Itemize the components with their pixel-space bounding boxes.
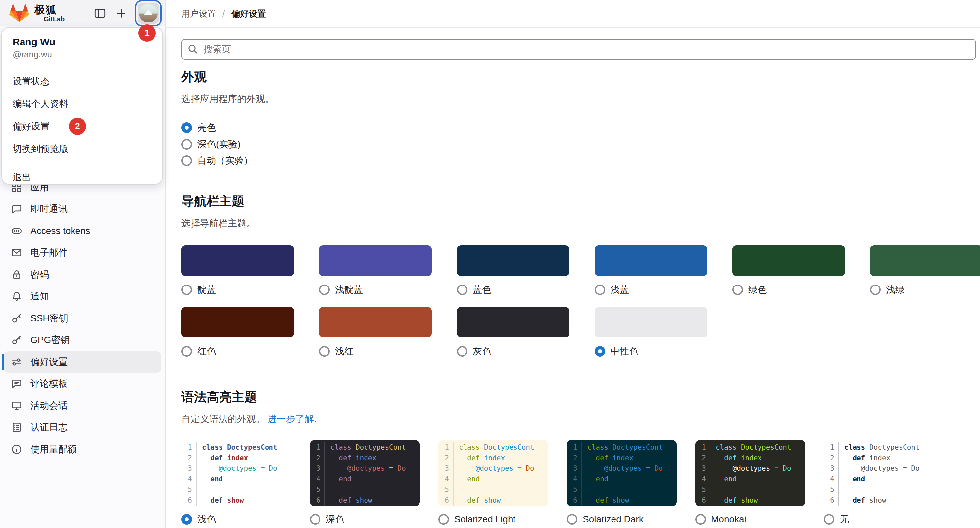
navbar-theme-label[interactable]: 蓝色 <box>473 284 491 296</box>
navbar-theme-label[interactable]: 浅绿 <box>886 284 905 296</box>
syntax-theme-preview[interactable]: 1class DoctypesCont2 def index3 @doctype… <box>824 440 934 506</box>
syntax-theme-label[interactable]: Solarized Light <box>454 514 515 525</box>
navbar-theme-radio[interactable] <box>181 284 192 295</box>
navbar-theme-label[interactable]: 靛蓝 <box>197 284 216 296</box>
sidebar-item-preferences[interactable]: 偏好设置 <box>4 351 161 373</box>
syntax-theme-radio[interactable] <box>438 514 449 525</box>
navbar-theme-option: 蓝色 <box>457 246 570 295</box>
sidebar-item-active-sessions[interactable]: 活动会话 <box>4 395 161 416</box>
syntax-theme-description-text: 自定义语法的外观。 <box>181 414 265 424</box>
syntax-theme-option: 1class DoctypesCont2 def index3 @doctype… <box>824 440 934 525</box>
navbar-theme-label[interactable]: 红色 <box>197 345 216 358</box>
new-item-button[interactable] <box>113 5 130 22</box>
syntax-theme-label[interactable]: 无 <box>840 513 849 526</box>
appearance-option-radio[interactable] <box>181 139 192 149</box>
sidebar-item-password[interactable]: 密码 <box>4 264 161 285</box>
sidebar-item-emails[interactable]: 电子邮件 <box>4 242 161 263</box>
syntax-theme-radio[interactable] <box>824 514 834 525</box>
navbar-theme-swatch[interactable] <box>181 307 294 338</box>
token-icon <box>11 226 22 236</box>
navbar-theme-radio[interactable] <box>457 346 468 357</box>
navbar-theme-swatch[interactable] <box>181 246 294 276</box>
syntax-theme-label[interactable]: Solarized Dark <box>583 514 644 525</box>
navbar-theme-option: 浅蓝 <box>595 246 707 295</box>
navbar-theme-option: 红色 <box>181 307 294 357</box>
navbar-theme-swatch[interactable] <box>595 307 707 338</box>
sidebar-item-label: 活动会话 <box>30 399 68 412</box>
lock-icon <box>11 269 22 280</box>
syntax-theme-preview[interactable]: 1class DoctypesCont2 def index3 @doctype… <box>567 440 677 506</box>
syntax-theme-radio[interactable] <box>695 514 706 525</box>
menu-item-edit-profile[interactable]: 编辑个人资料 <box>2 93 162 115</box>
navbar-theme-radio[interactable] <box>457 284 468 295</box>
syntax-theme-preview[interactable]: 1class DoctypesCont2 def index3 @doctype… <box>310 440 420 506</box>
menu-item-preferences[interactable]: 偏好设置2 <box>2 115 162 138</box>
syntax-theme-label[interactable]: Monokai <box>711 514 746 525</box>
appearance-option-label[interactable]: 深色(实验) <box>197 138 241 151</box>
navbar-theme-label[interactable]: 浅靛蓝 <box>335 284 363 296</box>
syntax-theme-radio[interactable] <box>310 514 320 525</box>
navbar-theme-radio[interactable] <box>319 346 330 357</box>
navbar-theme-description: 选择导航栏主题。 <box>181 217 980 230</box>
navbar-theme-swatch[interactable] <box>457 246 570 276</box>
sidebar-item-ssh-keys[interactable]: SSH密钥 <box>4 308 161 329</box>
breadcrumb-user-settings[interactable]: 用户设置 <box>181 8 216 19</box>
sidebar-item-label: 认证日志 <box>30 421 68 434</box>
sidebar-item-usage-quotas[interactable]: 使用量配额 <box>4 439 161 460</box>
appearance-option-radio[interactable] <box>181 122 192 133</box>
brand-name-en: GitLab <box>44 16 65 22</box>
preferences-page: 极狐 GitLab <box>0 0 980 528</box>
navbar-theme-option: 绿色 <box>732 246 845 295</box>
syntax-theme-radio[interactable] <box>181 514 192 525</box>
menu-item-label: 切换到预览版 <box>13 143 68 155</box>
navbar-theme-radio[interactable] <box>595 346 605 357</box>
annotation-badge-1: 1 <box>138 24 156 42</box>
menu-item-set-status[interactable]: 设置状态 <box>2 70 162 93</box>
navbar-theme-swatch[interactable] <box>870 246 980 276</box>
syntax-theme-label[interactable]: 深色 <box>326 513 344 526</box>
syntax-theme-option: 1class DoctypesCont2 def index3 @doctype… <box>438 440 548 525</box>
user-avatar <box>139 4 158 22</box>
syntax-theme-radio[interactable] <box>567 514 578 525</box>
navbar-theme-swatch[interactable] <box>732 246 845 276</box>
sidebar-item-comment-templates[interactable]: 评论模板 <box>4 373 161 394</box>
sidebar-header: 极狐 GitLab <box>0 0 165 27</box>
navbar-theme-label[interactable]: 中性色 <box>611 345 638 358</box>
sidebar-item-notifications[interactable]: 通知 <box>4 286 161 307</box>
learn-more-link[interactable]: 进一步了解 <box>267 414 314 424</box>
navbar-theme-radio[interactable] <box>595 284 605 295</box>
appearance-option-label[interactable]: 自动（实验） <box>197 154 253 167</box>
navbar-theme-swatch[interactable] <box>457 307 570 338</box>
sidebar-toggle-button[interactable] <box>91 5 108 22</box>
navbar-theme-radio[interactable] <box>319 284 330 295</box>
breadcrumb-preferences: 偏好设置 <box>231 8 266 19</box>
navbar-theme-radio[interactable] <box>870 284 881 295</box>
sidebar-item-access-tokens[interactable]: Access tokens <box>4 220 161 241</box>
navbar-theme-label[interactable]: 绿色 <box>748 284 767 296</box>
appearance-option-radio[interactable] <box>181 155 192 166</box>
plus-icon <box>116 8 127 19</box>
menu-item-switch-preview[interactable]: 切换到预览版 <box>2 138 162 160</box>
menu-item-sign-out[interactable]: 退出 <box>2 166 162 189</box>
navbar-theme-label[interactable]: 浅红 <box>335 345 353 358</box>
appearance-option-label[interactable]: 亮色 <box>197 121 216 134</box>
syntax-theme-preview[interactable]: 1class DoctypesCont2 def index3 @doctype… <box>438 440 548 506</box>
navbar-theme-label[interactable]: 浅蓝 <box>611 284 629 296</box>
sidebar-item-chat[interactable]: 即时通讯 <box>4 198 161 220</box>
navbar-theme-swatch[interactable] <box>595 246 707 276</box>
sidebar-item-gpg-keys[interactable]: GPG密钥 <box>4 330 161 351</box>
navbar-theme-radio[interactable] <box>181 346 192 357</box>
user-menu-button[interactable] <box>135 0 162 27</box>
link-suffix: . <box>314 414 317 424</box>
navbar-theme-label[interactable]: 灰色 <box>473 345 491 358</box>
navbar-theme-radio[interactable] <box>732 284 743 295</box>
syntax-theme-option: 1class DoctypesCont2 def index3 @doctype… <box>181 440 291 525</box>
navbar-theme-swatch[interactable] <box>319 246 432 276</box>
syntax-theme-preview[interactable]: 1class DoctypesCont2 def index3 @doctype… <box>695 440 805 506</box>
navbar-theme-swatch[interactable] <box>319 307 432 338</box>
sidebar-item-auth-log[interactable]: 认证日志 <box>4 417 161 438</box>
search-input[interactable] <box>181 39 976 60</box>
syntax-theme-preview[interactable]: 1class DoctypesCont2 def index3 @doctype… <box>181 440 291 506</box>
syntax-theme-label[interactable]: 浅色 <box>197 513 216 526</box>
brand-logo[interactable]: 极狐 GitLab <box>9 4 65 22</box>
